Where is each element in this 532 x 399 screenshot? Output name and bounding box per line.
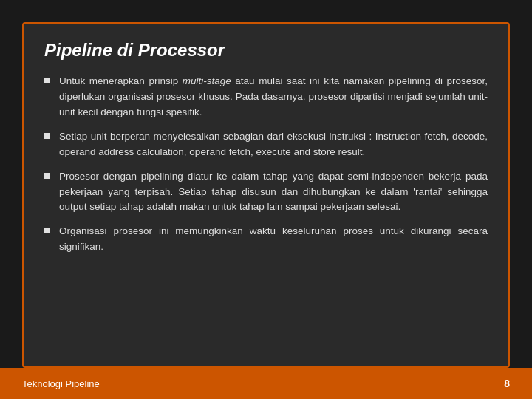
bullet-icon-3 <box>44 173 50 179</box>
bullet-icon-4 <box>44 228 50 233</box>
bullet-text-2: Setiap unit berperan menyelesaikan sebag… <box>59 129 488 160</box>
bullet-text-4: Organisasi prosesor ini memungkinkan wak… <box>59 224 488 255</box>
bullet-item-4: Organisasi prosesor ini memungkinkan wak… <box>44 224 488 255</box>
footer-bar: Teknologi Pipeline 8 <box>0 368 532 399</box>
content-box: Pipeline di Processor Untuk menerapkan p… <box>22 22 510 368</box>
bullet-icon-2 <box>44 133 50 139</box>
slide-title: Pipeline di Processor <box>44 40 488 61</box>
italic-multistage: multi-stage <box>183 75 231 86</box>
bullet-list: Untuk menerapkan prinsip multi-stage ata… <box>44 74 488 255</box>
footer-label: Teknologi Pipeline <box>22 378 100 389</box>
bullet-item-1: Untuk menerapkan prinsip multi-stage ata… <box>44 74 488 120</box>
bullet-text-3: Prosesor dengan pipelining diatur ke dal… <box>59 169 488 216</box>
bullet-text-1: Untuk menerapkan prinsip multi-stage ata… <box>59 74 488 120</box>
bullet-icon-1 <box>44 78 50 83</box>
bullet-item-3: Prosesor dengan pipelining diatur ke dal… <box>44 169 488 216</box>
bullet-item-2: Setiap unit berperan menyelesaikan sebag… <box>44 129 488 160</box>
footer-page: 8 <box>504 378 510 389</box>
slide-container: Pipeline di Processor Untuk menerapkan p… <box>0 0 532 399</box>
